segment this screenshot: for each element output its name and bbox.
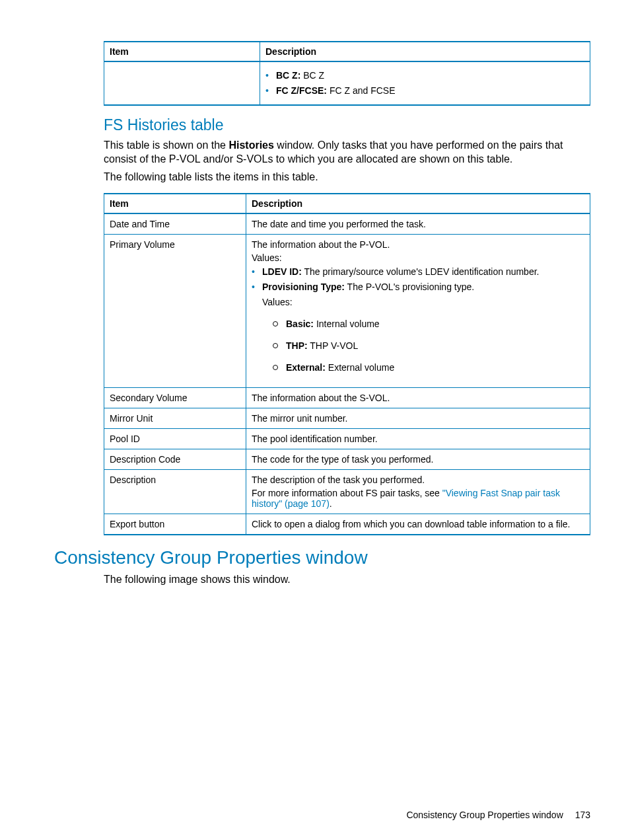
cell-item: Mirror Unit <box>104 408 246 429</box>
table-row: Pool ID The pool identification number. <box>104 429 590 449</box>
table-row: BC Z: BC Z FC Z/FCSE: FC Z and FCSE <box>104 61 590 105</box>
list-item: FC Z/FCSE: FC Z and FCSE <box>265 85 583 97</box>
th-item: Item <box>104 42 260 61</box>
table-row: Secondary Volume The information about t… <box>104 388 590 408</box>
table-row: Description Code The code for the type o… <box>104 449 590 470</box>
cell-desc: The code for the type of task you perfor… <box>246 449 590 470</box>
footer-text: Consistency Group Properties window <box>406 810 563 820</box>
table-row: Primary Volume The information about the… <box>104 235 590 388</box>
page-footer: Consistency Group Properties window 173 <box>406 810 590 820</box>
table-row: Mirror Unit The mirror unit number. <box>104 408 590 429</box>
cell-item: Date and Time <box>104 213 246 235</box>
table-row: Date and Time The date and time you perf… <box>104 213 590 235</box>
cell-desc: The information about the P-VOL. Values:… <box>246 235 590 388</box>
footer-page-number: 173 <box>575 810 590 820</box>
list-item: External: External volume <box>273 362 583 374</box>
th-description: Description <box>260 42 590 61</box>
list-item: THP: THP V-VOL <box>273 340 583 352</box>
cell-item: Pool ID <box>104 429 246 449</box>
fs-histories-para1: This table is shown on the Histories win… <box>104 138 590 166</box>
cell-desc: The description of the task you performe… <box>246 470 590 514</box>
fcz-label: FC Z/FCSE: <box>276 85 327 96</box>
bcz-label: BC Z: <box>276 70 300 81</box>
cell-item: Export button <box>104 514 246 535</box>
bcz-value: BC Z <box>300 70 324 81</box>
cgp-para: The following image shows this window. <box>104 572 590 586</box>
cgp-heading: Consistency Group Properties window <box>54 547 590 568</box>
list-item: BC Z: BC Z <box>265 69 583 82</box>
th-item: Item <box>104 194 246 213</box>
table-row: Description The description of the task … <box>104 470 590 514</box>
table-row: Export button Click to open a dialog fro… <box>104 514 590 535</box>
th-description: Description <box>246 194 590 213</box>
cell-desc: Click to open a dialog from which you ca… <box>246 514 590 535</box>
cell-desc: The information about the S-VOL. <box>246 388 590 408</box>
cell-desc: The pool identification number. <box>246 429 590 449</box>
cell-item: Description <box>104 470 246 514</box>
list-item: Basic: Internal volume <box>273 318 583 330</box>
table-fs-histories: Item Description Date and Time The date … <box>104 193 590 535</box>
cell-item: Primary Volume <box>104 235 246 388</box>
list-item: LDEV ID: The primary/source volume's LDE… <box>252 266 583 278</box>
cell-item: Secondary Volume <box>104 388 246 408</box>
fs-histories-heading: FS Histories table <box>104 116 590 134</box>
fs-histories-para2: The following table lists the items in t… <box>104 170 590 184</box>
fcz-value: FC Z and FCSE <box>327 85 395 96</box>
list-item: Provisioning Type: The P-VOL's provision… <box>252 281 583 373</box>
cell-item: Description Code <box>104 449 246 470</box>
cell-desc: The date and time you performed the task… <box>246 213 590 235</box>
table-copy-type: Item Description BC Z: BC Z FC Z/FCSE: F… <box>104 41 590 106</box>
cell-desc: The mirror unit number. <box>246 408 590 429</box>
